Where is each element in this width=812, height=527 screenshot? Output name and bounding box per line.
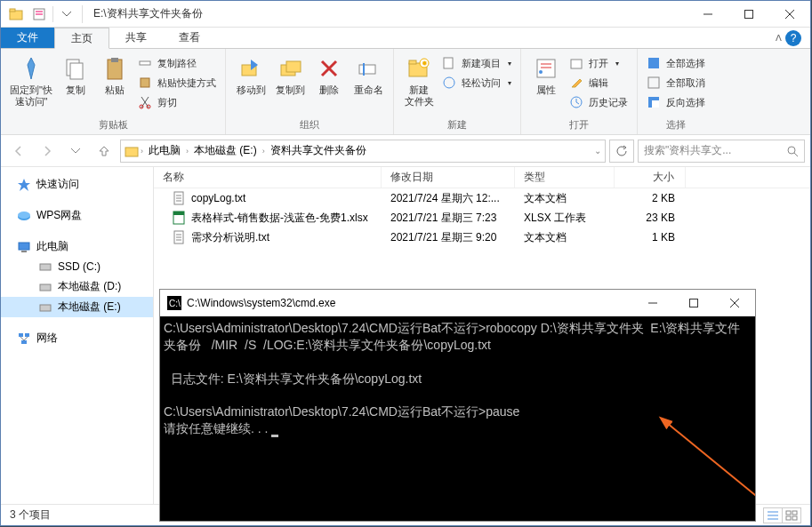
move-to-button[interactable]: 移动到: [231, 52, 270, 96]
open-group-label: 打开: [527, 118, 631, 132]
qat-dropdown-icon[interactable]: [55, 3, 78, 26]
up-button[interactable]: [92, 139, 117, 164]
svg-rect-19: [286, 61, 301, 72]
svg-rect-28: [537, 60, 555, 77]
cmd-output[interactable]: C:\Users\Administrator\Desktop\7.24\CMD运…: [160, 316, 755, 521]
forward-button[interactable]: [35, 139, 60, 164]
header-type[interactable]: 类型: [515, 167, 615, 188]
refresh-button[interactable]: [609, 140, 634, 163]
header-size[interactable]: 大小: [615, 167, 686, 188]
breadcrumb[interactable]: › 此电脑 › 本地磁盘 (E:) › 资料共享文件夹备份 ⌄: [120, 140, 606, 163]
svg-point-42: [18, 212, 30, 219]
rename-button[interactable]: 重命名: [349, 52, 388, 96]
cmd-close-button[interactable]: [714, 290, 755, 316]
cut-button[interactable]: 剪切: [134, 93, 220, 111]
svg-text:✹: ✹: [422, 60, 428, 68]
copy-path-button[interactable]: 复制路径: [134, 54, 220, 72]
file-tab[interactable]: 文件: [1, 28, 54, 48]
select-group-label: 选择: [643, 118, 709, 132]
paste-button[interactable]: 粘贴: [95, 52, 134, 96]
svg-line-76: [667, 423, 755, 503]
svg-rect-10: [70, 63, 83, 79]
svg-rect-1: [10, 9, 15, 12]
svg-rect-20: [359, 65, 375, 74]
help-icon[interactable]: ?: [785, 30, 801, 46]
maximize-button[interactable]: [728, 1, 769, 28]
edit-button[interactable]: 编辑: [566, 74, 631, 92]
sidebar-thispc[interactable]: 此电脑: [1, 236, 153, 257]
copy-button[interactable]: 复制: [56, 52, 95, 96]
table-row[interactable]: 需求分析说明.txt2021/7/21 星期三 9:20文本文档1 KB: [154, 228, 810, 247]
sidebar-quick-access[interactable]: 快速访问: [1, 174, 153, 195]
svg-rect-73: [690, 299, 698, 307]
svg-point-27: [444, 77, 454, 88]
svg-rect-46: [40, 284, 51, 291]
svg-point-16: [147, 105, 150, 108]
delete-button[interactable]: 删除: [310, 52, 349, 96]
svg-rect-35: [648, 77, 659, 88]
collapse-ribbon-icon[interactable]: ᐱ: [776, 33, 782, 43]
titlebar: E:\资料共享文件夹备份: [1, 1, 810, 28]
svg-rect-45: [40, 264, 51, 270]
svg-rect-67: [792, 511, 797, 515]
new-folder-button[interactable]: ✹ 新建 文件夹: [399, 52, 438, 108]
share-tab[interactable]: 共享: [109, 28, 163, 48]
organize-group-label: 组织: [231, 118, 388, 132]
breadcrumb-dropdown[interactable]: ⌄: [594, 146, 601, 156]
sidebar-wps[interactable]: WPS网盘: [1, 205, 153, 226]
svg-rect-48: [19, 333, 23, 337]
qat-properties-icon[interactable]: [28, 3, 51, 26]
svg-rect-23: [409, 60, 416, 64]
paste-shortcut-button[interactable]: 粘贴快捷方式: [134, 74, 220, 92]
table-row[interactable]: copyLog.txt2021/7/24 星期六 12:...文本文档2 KB: [154, 188, 810, 208]
close-button[interactable]: [769, 1, 810, 28]
details-view-button[interactable]: [763, 507, 783, 523]
sidebar-drive-d[interactable]: 本地磁盘 (D:): [1, 276, 153, 297]
select-all-button[interactable]: 全部选择: [643, 54, 709, 72]
annotation-arrow: [658, 414, 755, 512]
crumb-thispc[interactable]: 此电脑: [145, 143, 184, 158]
sidebar-network[interactable]: 网络: [1, 328, 153, 348]
svg-line-40: [794, 153, 798, 156]
clipboard-group-label: 剪贴板: [6, 118, 220, 132]
invert-selection-button[interactable]: 反向选择: [643, 93, 709, 111]
select-none-button[interactable]: 全部取消: [643, 74, 709, 92]
svg-rect-32: [571, 60, 582, 68]
svg-rect-58: [173, 212, 184, 215]
cmd-window: C:\ C:\Windows\system32\cmd.exe C:\Users…: [159, 289, 756, 522]
pin-quick-access-button[interactable]: 固定到"快速访问": [6, 52, 56, 108]
address-bar: › 此电脑 › 本地磁盘 (E:) › 资料共享文件夹备份 ⌄ 搜索"资料共享文…: [1, 135, 810, 167]
folder-icon: [125, 144, 139, 158]
header-name[interactable]: 名称: [154, 167, 382, 188]
search-input[interactable]: 搜索"资料共享文...: [638, 140, 805, 163]
home-tab[interactable]: 主页: [54, 28, 109, 49]
svg-rect-43: [19, 243, 29, 250]
cmd-maximize-button[interactable]: [673, 290, 714, 316]
crumb-drive[interactable]: 本地磁盘 (E:): [190, 143, 261, 158]
view-tab[interactable]: 查看: [163, 28, 216, 48]
history-button[interactable]: 历史记录: [566, 93, 631, 111]
recent-dropdown[interactable]: [63, 139, 88, 164]
minimize-button[interactable]: [687, 1, 728, 28]
window-title: E:\资料共享文件夹备份: [86, 6, 687, 21]
back-button[interactable]: [6, 139, 31, 164]
sidebar-drive-c[interactable]: SSD (C:): [1, 257, 153, 276]
header-date[interactable]: 修改日期: [382, 167, 515, 188]
new-group-label: 新建: [399, 118, 515, 132]
copy-to-button[interactable]: 复制到: [270, 52, 310, 96]
svg-rect-44: [21, 251, 27, 252]
sidebar-drive-e[interactable]: 本地磁盘 (E:): [1, 297, 153, 317]
qat-folder-icon[interactable]: [4, 3, 28, 26]
svg-rect-12: [111, 58, 118, 62]
svg-rect-26: [444, 58, 453, 68]
properties-button[interactable]: 属性: [527, 52, 566, 96]
icons-view-button[interactable]: [782, 507, 801, 523]
cmd-minimize-button[interactable]: [632, 290, 673, 316]
svg-rect-6: [745, 10, 753, 18]
table-row[interactable]: 表格样式-销售数据-浅蓝色-免费1.xlsx2021/7/21 星期三 7:23…: [154, 208, 810, 228]
crumb-folder[interactable]: 资料共享文件夹备份: [267, 143, 370, 158]
new-item-button[interactable]: 新建项目▾: [438, 54, 515, 72]
open-button[interactable]: 打开▾: [566, 54, 631, 72]
svg-line-51: [20, 337, 24, 340]
easy-access-button[interactable]: 轻松访问▾: [438, 74, 515, 92]
